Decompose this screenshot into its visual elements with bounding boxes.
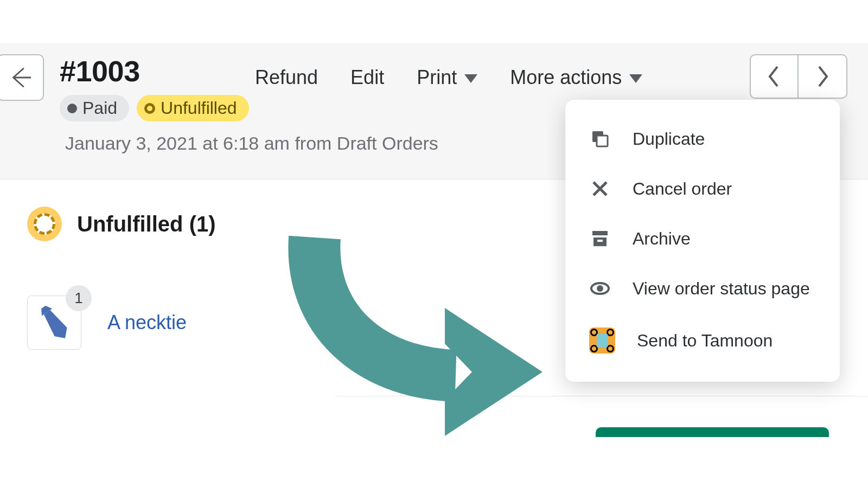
menu-cancel-order[interactable]: Cancel order [565,164,840,214]
menu-archive[interactable]: Archive [565,214,840,264]
more-actions-label: More actions [510,66,622,89]
tamnoon-app-icon [589,328,615,354]
paid-badge-label: Paid [82,98,117,118]
menu-send-tamnoon-label: Send to Tamnoon [637,331,773,351]
divider [336,396,868,396]
line-item-qty: 1 [66,285,92,311]
product-thumbnail[interactable]: 1 [27,296,81,350]
duplicate-icon [589,128,611,150]
print-label: Print [417,66,457,89]
close-icon [589,178,611,200]
print-button[interactable]: Print [417,66,477,89]
back-button[interactable] [0,54,44,101]
archive-icon [589,228,611,249]
chevron-left-icon [767,66,781,87]
svg-point-8 [597,285,603,292]
caret-down-icon [629,74,642,83]
menu-archive-label: Archive [633,229,691,249]
more-actions-button[interactable]: More actions [510,66,642,89]
status-badges: Paid Unfulfilled [60,95,249,121]
arrow-left-icon [8,65,33,90]
order-toolbar: Refund Edit Print More actions [255,66,642,89]
unfulfilled-badge-label: Unfulfilled [161,98,237,118]
chevron-right-icon [815,66,829,87]
unfulfilled-icon [27,207,62,241]
menu-view-status[interactable]: View order status page [565,264,840,313]
order-timestamp: January 3, 2021 at 6:18 am from Draft Or… [65,133,438,154]
refund-button[interactable]: Refund [255,66,318,89]
fulfillment-section-title: Unfulfilled (1) [77,212,216,236]
svg-rect-6 [597,240,603,242]
menu-cancel-label: Cancel order [633,179,732,199]
menu-view-status-label: View order status page [633,279,810,299]
eye-icon [589,278,611,299]
menu-send-tamnoon[interactable]: Send to Tamnoon [565,313,840,368]
edit-button[interactable]: Edit [350,66,384,89]
prev-order-button[interactable] [750,54,799,99]
more-actions-menu: Duplicate Cancel order Archive View orde… [565,100,840,382]
svg-rect-3 [597,136,608,146]
paid-badge: Paid [60,95,129,121]
order-number: #1003 [60,54,140,88]
ring-icon [144,103,155,114]
primary-action-button[interactable] [596,427,829,437]
next-order-button[interactable] [799,54,847,99]
line-item-name-link[interactable]: A necktie [107,311,187,334]
order-title-wrap: #1003 [60,54,140,88]
svg-rect-4 [592,231,608,235]
unfulfilled-badge: Unfulfilled [137,95,249,121]
menu-duplicate-label: Duplicate [633,129,705,149]
order-nav-pager [750,54,847,99]
menu-duplicate[interactable]: Duplicate [565,114,840,164]
caret-down-icon [464,74,477,83]
dot-icon [67,104,77,113]
